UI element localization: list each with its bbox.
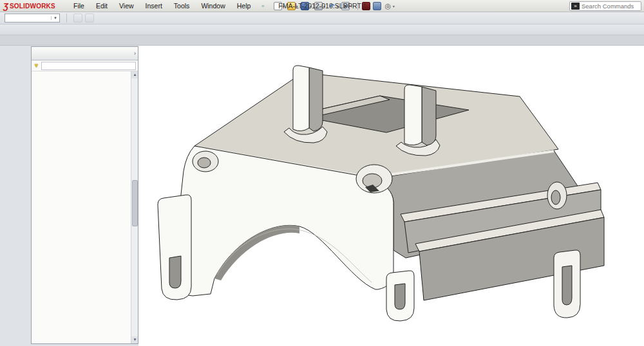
featuremanager-tabs: › [32, 47, 138, 60]
part-right-tab-side[interactable] [422, 87, 436, 145]
search-icon[interactable]: » [571, 3, 580, 10]
selection-filter-toolbar [66, 14, 95, 23]
selection-filter-icon[interactable] [73, 14, 82, 23]
open-icon[interactable] [287, 2, 296, 10]
part-left-tab-front[interactable] [293, 66, 309, 131]
solidworks-window: Ʒ SOLIDWORKS FileEditViewInsertToolsWind… [0, 0, 644, 346]
search-input[interactable] [582, 3, 641, 10]
menu-bar: FileEditViewInsertToolsWindowHelp [68, 1, 256, 11]
toolbar-button: ▾ [301, 2, 312, 10]
dropdown-arrow-icon[interactable]: ▾ [350, 4, 352, 8]
sheet-metal-toolbar [0, 24, 644, 35]
dropdown-arrow-icon[interactable]: ▾ [337, 4, 339, 8]
part-right-tab-front[interactable] [404, 85, 422, 145]
brand-text: SOLIDWORKS [10, 3, 55, 10]
toolbar-button: ▾ [287, 2, 298, 10]
panel-expand-icon[interactable]: › [134, 50, 136, 57]
commandmanager-tab-row [0, 35, 644, 46]
magnified-selection-icon[interactable] [85, 14, 94, 23]
menu-item[interactable]: Tools [168, 1, 196, 11]
scroll-up-icon[interactable]: ▲ [131, 71, 138, 78]
featuremanager-panel: › ▼ ▲ ▼ [31, 46, 138, 344]
undo-icon[interactable]: ↶ [328, 2, 336, 10]
quick-access-row: ▼ [0, 12, 644, 24]
menu-item[interactable]: Window [195, 1, 231, 11]
dropdown-arrow-icon[interactable]: ▾ [310, 4, 312, 8]
menu-item[interactable]: Insert [140, 1, 168, 11]
part-front-right-curl-slot[interactable] [395, 284, 405, 309]
part-left-corner-notch-inner[interactable] [198, 158, 211, 168]
toolbox-icon[interactable] [362, 2, 370, 10]
scrollbar-thumb[interactable] [132, 180, 138, 226]
print-icon[interactable] [314, 2, 323, 10]
filter-funnel-icon[interactable]: ▼ [33, 62, 39, 69]
menu-item[interactable]: View [113, 1, 140, 11]
dropdown-arrow-icon[interactable]: ▾ [296, 4, 298, 8]
part-left-tab-side[interactable] [309, 68, 323, 131]
toolbar-button: ↶ ▾ [328, 2, 339, 10]
select-icon[interactable]: ➤ [341, 2, 350, 10]
toolbar-button: ➤ ▾ [341, 2, 352, 10]
title-bar: Ʒ SOLIDWORKS FileEditViewInsertToolsWind… [0, 0, 644, 12]
save-icon[interactable] [301, 2, 309, 10]
search-commands-box[interactable]: » [569, 1, 641, 11]
toolbar-button: ▾ [314, 2, 325, 10]
standard-toolbar: ▾ ▾ ▾ ▾ ↶ ▾ [272, 2, 396, 10]
scroll-down-icon[interactable]: ▼ [131, 336, 138, 343]
toolbar-button: ◎ ▾ [384, 2, 395, 10]
graphics-area[interactable] [138, 46, 644, 346]
dropdown-arrow-icon[interactable]: ▾ [283, 4, 285, 8]
menu-pin-icon[interactable]: ⚬ [260, 3, 265, 10]
menu-item[interactable]: File [68, 1, 90, 11]
3d-model-viewport[interactable] [138, 46, 644, 346]
toolbar-button: ▾ [274, 2, 285, 10]
dropdown-arrow-icon[interactable]: ▾ [323, 4, 325, 8]
menu-item[interactable]: Edit [90, 1, 113, 11]
solidworks-logo-icon: Ʒ [3, 1, 8, 11]
configuration-combobox[interactable]: ▼ [5, 14, 60, 23]
part-left-leg-slot[interactable] [169, 256, 181, 288]
part-right-corner-curl-inner[interactable] [551, 190, 560, 205]
tree-scrollbar[interactable]: ▲ ▼ [131, 71, 138, 343]
feature-tree: ▲ ▼ [32, 71, 138, 343]
toolbar-button [357, 2, 370, 10]
toolbar-button [373, 2, 381, 10]
main-area: › ▼ ▲ ▼ [0, 46, 644, 346]
task-pane-icon[interactable] [373, 2, 381, 10]
solidworks-logo: Ʒ SOLIDWORKS [3, 1, 62, 11]
dropdown-arrow-icon[interactable]: ▾ [393, 4, 395, 8]
featuremanager-filter-row: ▼ [32, 60, 138, 71]
part-hem-curl-slot[interactable] [562, 266, 572, 305]
options-icon[interactable]: ◎ [384, 2, 392, 10]
combo-dropdown-icon[interactable]: ▼ [51, 16, 59, 20]
featuremanager-filter-input[interactable] [41, 62, 136, 70]
new-icon[interactable] [274, 2, 282, 10]
menu-item[interactable]: Help [231, 1, 257, 11]
